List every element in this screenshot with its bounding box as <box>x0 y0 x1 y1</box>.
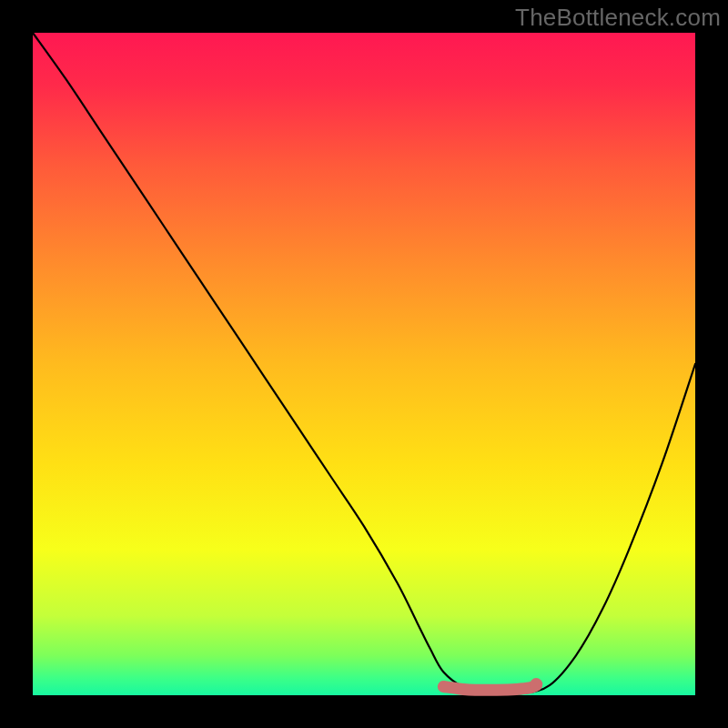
watermark-label: TheBottleneck.com <box>515 4 721 32</box>
optimal-band-marker <box>443 685 536 690</box>
plot-background <box>33 33 695 695</box>
optimal-band-end-dot <box>530 678 542 691</box>
bottleneck-chart: TheBottleneck.com <box>0 0 728 728</box>
chart-canvas <box>0 0 728 728</box>
